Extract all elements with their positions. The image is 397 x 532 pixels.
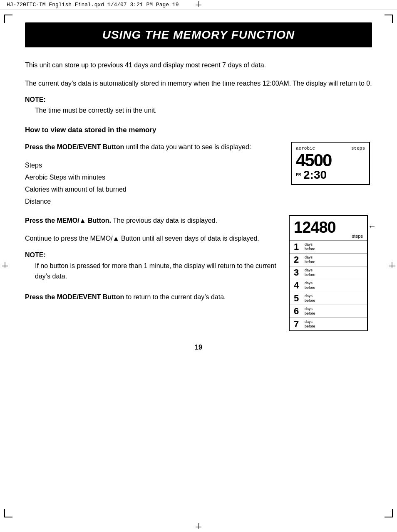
days-label-1: days [305,242,315,247]
day-number-4: 4 [294,281,302,290]
press1-text: until the data you want to see is displa… [124,143,251,150]
day-number-1: 1 [294,242,302,251]
press1-bold: Press the MODE/EVENT Button [25,143,124,150]
display1-big-num: 4500 [296,152,365,169]
page-number: 19 [25,344,372,351]
note2-label: NOTE: [25,251,280,259]
day-label-2: days before [305,255,315,264]
before-label-1: before [305,247,315,251]
day-panel-4: 4 days before [290,279,367,292]
press2-bold: Press the MEMO/▲ Button. [25,217,111,224]
two-col-section1: Press the MODE/EVENT Button until the da… [25,142,372,208]
memory-stack-wrapper: ← 12480 steps 1 days before [289,215,368,331]
note1-text: The time must be correctly set in the un… [35,105,372,116]
paragraph-1: This unit can store up to previous 41 da… [25,60,372,71]
day-panel-1: 1 days before [290,240,367,253]
days-label-4: days [305,281,315,286]
col-image-1: aerobic steps 4500 PM 2:30 [289,142,372,185]
file-info: HJ-720ITC-IM English Final.qxd 1/4/07 3:… [7,2,179,8]
memory-big-num: 12480 [294,219,363,235]
days-label-6: days [305,307,315,311]
day-number-7: 7 [294,320,302,329]
section2: Press the MEMO/▲ Button. The previous da… [25,215,372,331]
before-label-4: before [305,286,315,290]
before-label-3: before [305,273,315,277]
days-label-3: days [305,268,315,273]
day-panel-5: 5 days before [290,292,367,305]
display-box-1: aerobic steps 4500 PM 2:30 [291,142,370,185]
display1-pm: PM [296,172,301,177]
memory-top-display: 12480 steps [290,216,367,240]
section2-image: ← 12480 steps 1 days before [289,215,372,331]
steps-list: Steps Aerobic Steps with minutes Calorie… [25,160,280,207]
corner-mark-bl [4,509,12,517]
list-item: Distance [25,196,280,208]
crosshair-top [194,1,203,9]
press4-para: Press the MODE/EVENT Button to return to… [25,292,280,303]
memory-stack: 12480 steps 1 days before 2 [289,215,368,331]
day-label-7: days before [305,320,315,329]
display1-aerobic-label: aerobic [296,146,315,151]
page-content: USING THE MEMORY FUNCTION This unit can … [0,10,397,376]
days-label-5: days [305,294,315,298]
day-number-5: 5 [294,294,302,303]
day-panel-3: 3 days before [290,266,367,279]
display1-time: 2:30 [303,169,327,181]
crosshair-bottom [194,523,203,531]
press3-para: Continue to press the MEMO/▲ Button unti… [25,233,280,244]
list-item: Steps [25,160,280,172]
section2-text: Press the MEMO/▲ Button. The previous da… [25,215,280,310]
press2-text: The previous day data is displayed. [111,217,217,224]
corner-mark-br [385,509,393,517]
day-label-3: days before [305,268,315,277]
page-title: USING THE MEMORY FUNCTION [33,28,364,42]
paragraph-2: The current day’s data is automatically … [25,78,372,89]
day-panel-6: 6 days before [290,305,367,318]
day-label-4: days before [305,281,315,290]
display1-steps-label: steps [351,146,365,151]
day-label-5: days before [305,294,315,303]
day-number-3: 3 [294,268,302,277]
page-title-box: USING THE MEMORY FUNCTION [25,22,372,47]
section-heading: How to view data stored in the memory [25,126,372,134]
before-label-5: before [305,298,315,303]
day-number-6: 6 [294,307,302,316]
list-item: Calories with amount of fat burned [25,184,280,196]
day-panel-7: 7 days before [290,318,367,330]
day-label-1: days before [305,242,315,251]
days-label-7: days [305,320,315,324]
press1-para: Press the MODE/EVENT Button until the da… [25,142,280,153]
day-label-6: days before [305,307,315,316]
before-label-2: before [305,260,315,264]
press2-para: Press the MEMO/▲ Button. The previous da… [25,215,280,226]
before-label-7: before [305,324,315,329]
before-label-6: before [305,311,315,316]
days-label-2: days [305,255,315,260]
press4-bold: Press the MODE/EVENT Button [25,293,124,300]
day-number-2: 2 [294,255,302,264]
memory-arrow: ← [368,222,376,231]
day-panel-2: 2 days before [290,253,367,266]
press4-text: to return to the current day’s data. [124,293,226,300]
col-text-1: Press the MODE/EVENT Button until the da… [25,142,280,208]
list-item: Aerobic Steps with minutes [25,172,280,184]
note1-label: NOTE: [25,96,372,103]
note2-text: If no button is pressed for more than 1 … [35,261,280,282]
